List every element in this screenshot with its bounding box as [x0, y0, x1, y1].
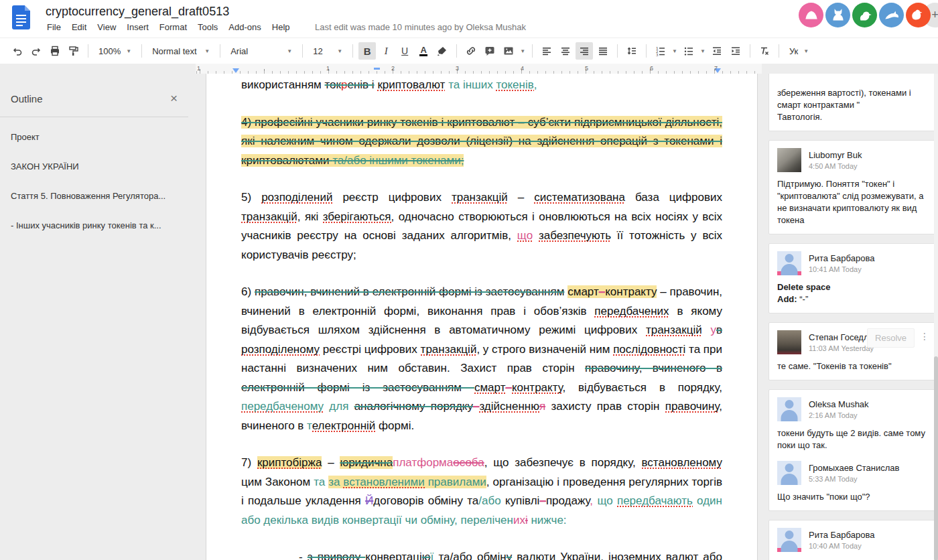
doc-text-run: я [539, 400, 545, 413]
outline-item-3[interactable]: - Інших учасників ринку токенів та к... [11, 220, 178, 230]
font-select[interactable]: Arial▼ [225, 42, 297, 60]
anonymous-duck-avatar[interactable] [906, 3, 931, 27]
comment-author: Степан Госедло [809, 330, 874, 342]
comment-card[interactable]: збереження вартості), токенами і смарт к… [768, 74, 937, 131]
zoom-select[interactable]: 100%▼ [93, 42, 137, 60]
increase-indent-button[interactable] [727, 42, 744, 60]
tab-stop-marker[interactable] [374, 68, 380, 70]
comment-meta: Oleksa Mushak2:16 AM Today [809, 397, 869, 421]
align-justify-button[interactable] [594, 42, 612, 60]
kebab-menu-icon[interactable]: ⋮ [920, 331, 929, 342]
doc-text-run: ток [325, 78, 342, 91]
menu-item-edit[interactable]: Edit [66, 19, 92, 35]
left-indent-marker[interactable] [232, 68, 239, 73]
chevron-down-icon: ▼ [287, 48, 292, 54]
menu-item-tools[interactable]: Tools [192, 19, 223, 35]
docs-app-icon[interactable] [12, 5, 30, 29]
doc-text-run: транзакцій [646, 324, 702, 336]
doc-text-run: що [517, 229, 533, 242]
decrease-indent-button[interactable] [708, 42, 726, 60]
align-left-button[interactable] [538, 42, 555, 60]
comment-meta: Степан Госедло11:03 AM Yesterday [809, 330, 874, 354]
menu-item-format[interactable]: Format [154, 19, 192, 35]
outline-item-2[interactable]: Стаття 5. Повноваження Регулятора... [11, 191, 178, 201]
outline-item-0[interactable]: Проект [11, 132, 178, 142]
comment-author: Liubomyr Buk [809, 148, 862, 160]
comment: Рита Барбарова10:41 AM TodayDelete space… [777, 251, 928, 305]
paint-format-button[interactable] [65, 42, 82, 60]
menu-item-view[interactable]: View [92, 19, 121, 35]
doc-text-run: продажу [546, 494, 590, 507]
menu-item-help[interactable]: Help [267, 19, 295, 35]
comment-author: Рита Барбарова [809, 251, 874, 263]
last-edit-status[interactable]: Last edit was made 10 minutes ago by Ole… [315, 22, 526, 32]
insert-image-button[interactable] [500, 42, 517, 60]
menu-item-add-ons[interactable]: Add-ons [223, 19, 266, 35]
comment-card[interactable]: Liubomyr Buk4:50 AM TodayПідтримую. Поня… [768, 140, 937, 234]
document-title[interactable]: cryptocurrency_general_draft0513 [46, 5, 229, 19]
bold-button[interactable]: B [358, 42, 376, 60]
doc-text-run: особа [453, 456, 484, 469]
numbered-list-button[interactable]: 123 [652, 42, 669, 60]
comment-body: Що значить "поки що"? [777, 491, 928, 503]
paragraph-style-select[interactable]: Normal text▼ [147, 42, 215, 60]
comment-card[interactable]: Oleksa Mushak2:16 AM Todayтокени будуть … [768, 389, 937, 511]
menu-item-file[interactable]: File [42, 19, 66, 35]
comment-card[interactable]: Resolve⋮Степан Госедло11:03 AM Yesterday… [768, 322, 937, 380]
input-tools-select[interactable]: Ук▼ [784, 42, 814, 60]
add-comment-button[interactable] [481, 42, 498, 60]
chevron-down-icon[interactable]: ▼ [700, 48, 706, 54]
avatar-strip [777, 271, 801, 275]
align-right-button[interactable] [576, 42, 593, 60]
comment-card[interactable]: Рита Барбарова10:41 AM TodayDelete space… [768, 243, 937, 313]
insert-link-button[interactable] [462, 42, 480, 60]
comment-body: Delete space Add: “-” [777, 281, 928, 305]
anonymous-bird-avatar[interactable] [852, 3, 877, 27]
comment-meta: Liubomyr Buk4:50 AM Today [809, 148, 862, 172]
scrollbar-thumb[interactable] [934, 356, 938, 560]
comment-body: Підтримую. Поняття "токен" і "криптовалю… [777, 178, 928, 226]
text-color-button[interactable]: A [415, 42, 432, 60]
comment-card[interactable]: Рита Барбарова10:40 AM TodayReplace: “ї”… [768, 520, 937, 560]
scrollbar-track[interactable] [934, 74, 938, 560]
line-spacing-button[interactable] [623, 42, 641, 60]
comment-body: збереження вартості), токенами і смарт к… [777, 87, 928, 123]
comment-timestamp: 2:16 AM Today [809, 411, 869, 419]
comment-text: токени будуть ще 2 видів. саме тому поки… [777, 428, 925, 450]
clear-formatting-button[interactable] [756, 42, 773, 60]
ruler-number: 2 [391, 65, 395, 72]
chevron-down-icon[interactable]: ▼ [520, 48, 525, 54]
chevron-down-icon[interactable]: ▼ [672, 48, 677, 54]
italic-button[interactable]: I [377, 42, 395, 60]
doc-text-run: транзакцій [452, 191, 508, 204]
doc-text-run: , [534, 78, 537, 91]
doc-paragraph: 5) розподілений реєстр цифрових транзакц… [241, 188, 722, 265]
close-icon[interactable]: × [170, 91, 178, 106]
document-page[interactable]: використанням токренів і криптовалют та … [206, 74, 758, 560]
underline-button[interactable]: U [396, 42, 413, 60]
ruler-number: 1 [197, 65, 200, 72]
doc-text-run: – [508, 191, 534, 204]
undo-button[interactable] [9, 42, 26, 60]
font-size-select[interactable]: 12▼ [308, 42, 348, 60]
comment-timestamp: 11:03 AM Yesterday [809, 344, 874, 352]
doc-text-run: розподіленому [241, 343, 320, 356]
align-center-button[interactable] [557, 42, 574, 60]
bulleted-list-button[interactable] [680, 42, 697, 60]
highlight-color-button[interactable] [433, 42, 451, 60]
outline-item-1[interactable]: ЗАКОН УКРАЇНИ [11, 161, 178, 171]
comment-header: Oleksa Mushak2:16 AM Today [777, 397, 928, 421]
comment-author: Рита Барбарова [809, 528, 874, 540]
doc-text-run: для [324, 400, 348, 413]
print-button[interactable] [46, 42, 64, 60]
anonymous-cat-avatar[interactable] [825, 3, 850, 27]
anonymous-hedgehog-avatar[interactable] [799, 3, 823, 27]
doc-text-run: реєстр цифрових [332, 191, 452, 204]
menu-item-insert[interactable]: Insert [121, 19, 154, 35]
redo-button[interactable] [27, 42, 45, 60]
dolphin-icon [883, 7, 900, 24]
resolve-button[interactable]: Resolve [867, 328, 915, 348]
anonymous-dolphin-avatar[interactable] [879, 3, 904, 27]
doc-text-run: транзакцій [421, 343, 477, 356]
doc-text-run: забезпечують [539, 229, 611, 242]
